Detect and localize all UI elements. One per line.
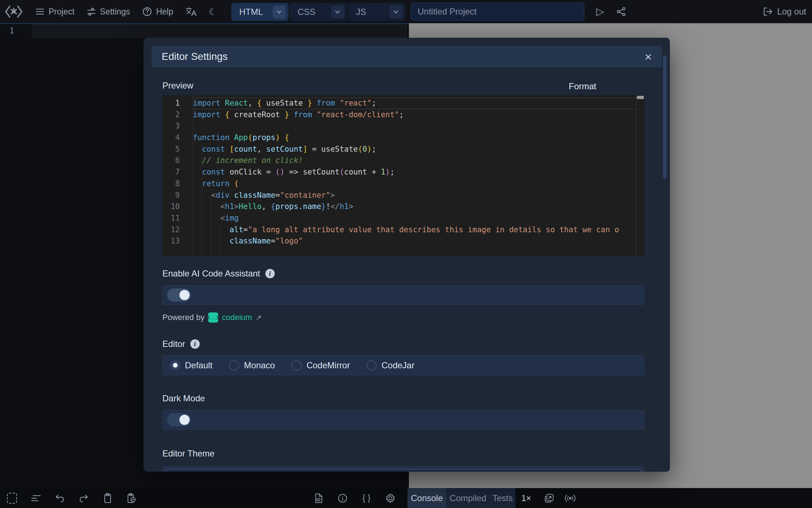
- redo-icon[interactable]: [78, 493, 89, 504]
- code-scrollbar-track[interactable]: [636, 95, 637, 256]
- logout-label: Log out: [777, 7, 806, 17]
- editor-theme-select[interactable]: [166, 469, 641, 472]
- radio-label: CodeMirror: [306, 360, 350, 370]
- editor-theme-row: [162, 466, 645, 472]
- format-button[interactable]: Format: [569, 81, 596, 91]
- tab-compiled[interactable]: Compiled: [446, 488, 490, 508]
- tab-tests[interactable]: Tests: [490, 488, 515, 508]
- code-line: 12 alt="a long alt attribute value that …: [162, 224, 636, 236]
- project-name-input[interactable]: [411, 3, 584, 21]
- code-line: 1import React, { useState } from "react"…: [162, 98, 636, 109]
- info-icon[interactable]: i: [265, 269, 275, 278]
- external-link-icon: ↗: [256, 313, 262, 322]
- line-number: 4: [162, 132, 193, 144]
- file-tab-css-label: CSS: [298, 7, 315, 17]
- radio-option-codemirror[interactable]: CodeMirror: [291, 360, 350, 370]
- dark-mode-heading: Dark Mode: [162, 393, 205, 403]
- clipboard-paste-icon[interactable]: [126, 493, 137, 504]
- file-tab-html-label: HTML: [239, 7, 263, 17]
- zoom-level[interactable]: 1×: [521, 488, 531, 508]
- css-dropdown-button[interactable]: [331, 5, 344, 19]
- chevron-down-icon: [277, 10, 282, 14]
- radio-option-default[interactable]: Default: [170, 360, 212, 370]
- translate-icon: [186, 7, 196, 16]
- logout-button[interactable]: Log out: [763, 0, 806, 23]
- undo-icon[interactable]: [54, 493, 65, 504]
- dark-mode-button[interactable]: ☾: [209, 7, 217, 16]
- line-number: 9: [162, 190, 193, 201]
- code-line: 8 return (: [162, 178, 636, 190]
- share-icon[interactable]: [617, 7, 626, 16]
- ai-assistant-toggle[interactable]: [167, 288, 191, 302]
- radio-unselected-icon: [366, 360, 377, 370]
- tab-console[interactable]: Console: [407, 488, 446, 508]
- dark-mode-row: [162, 410, 645, 430]
- ai-assistant-heading: Enable AI Code Assistant i: [162, 269, 275, 279]
- code-scrollbar-thumb[interactable]: [637, 96, 644, 99]
- file-link-icon[interactable]: [313, 493, 324, 504]
- selection-box-icon[interactable]: [7, 493, 17, 504]
- popout-icon[interactable]: [544, 493, 555, 504]
- radio-option-codejar[interactable]: CodeJar: [366, 360, 414, 370]
- line-number: 13: [162, 235, 193, 247]
- file-tab-css[interactable]: CSS: [290, 3, 347, 21]
- chevron-down-icon: [335, 10, 340, 14]
- code-line: 4function App(props) {: [162, 132, 636, 144]
- dark-mode-toggle[interactable]: [167, 413, 191, 426]
- menu-help-label: Help: [156, 7, 173, 17]
- braces-icon[interactable]: { }: [361, 493, 372, 504]
- powered-by-label: Powered by: [162, 313, 204, 322]
- line-number: 2: [162, 109, 193, 121]
- html-dropdown-button[interactable]: [273, 5, 286, 19]
- toggle-knob: [179, 290, 190, 300]
- info-icon[interactable]: [337, 493, 348, 504]
- powered-by: Powered by {..} codeium ↗: [162, 312, 262, 323]
- moon-icon: ☾: [209, 7, 217, 16]
- radio-option-monaco[interactable]: Monaco: [229, 360, 275, 370]
- console-tab-bar: Console Compiled Tests: [407, 488, 515, 508]
- close-icon[interactable]: ×: [645, 50, 652, 63]
- code-preview[interactable]: 1import React, { useState } from "react"…: [162, 95, 645, 256]
- line-number: 12: [162, 224, 193, 236]
- menu-icon: [36, 8, 44, 15]
- modal-header: Editor Settings ×: [152, 46, 662, 67]
- menu-project-label: Project: [49, 7, 75, 17]
- code-line: 5 const [count, setCount] = useState(0);: [162, 144, 636, 155]
- menu-help[interactable]: Help: [142, 7, 173, 17]
- run-button[interactable]: ▷: [596, 7, 604, 17]
- code-line: 9 <div className="container">: [162, 190, 636, 201]
- toggle-knob: [179, 415, 190, 425]
- ai-assistant-row: [162, 285, 645, 305]
- codeium-link[interactable]: codeium: [222, 313, 252, 322]
- file-tab-html[interactable]: HTML: [231, 3, 289, 21]
- app-screen: Project Settings Help: [0, 0, 812, 508]
- file-tab-js[interactable]: JS: [348, 3, 405, 21]
- line-number: 10: [162, 201, 193, 213]
- line-number: 1: [162, 98, 193, 109]
- radio-unselected-icon: [291, 360, 302, 370]
- broadcast-icon[interactable]: [565, 493, 576, 504]
- top-bar: Project Settings Help: [0, 0, 812, 23]
- menu-project[interactable]: Project: [36, 7, 75, 17]
- info-icon[interactable]: i: [190, 339, 200, 349]
- translate-button[interactable]: [186, 7, 196, 16]
- editor-line-number: 1: [9, 26, 14, 35]
- code-line: 11 <img: [162, 213, 636, 224]
- code-line: 10 <h1>Hello, {props.name}!</h1>: [162, 201, 636, 213]
- align-left-icon[interactable]: [30, 493, 41, 504]
- modal-scrollbar-thumb[interactable]: [663, 56, 667, 179]
- gear-icon[interactable]: [385, 493, 396, 504]
- line-number: 11: [162, 213, 193, 224]
- chevron-down-icon: [393, 10, 398, 14]
- tune-icon: [87, 8, 96, 16]
- clipboard-icon[interactable]: [102, 493, 113, 504]
- preview-heading: Preview: [162, 81, 193, 91]
- menu-settings-label: Settings: [100, 7, 130, 17]
- code-line: 2import { createRoot } from "react-dom/c…: [162, 109, 636, 121]
- js-dropdown-button[interactable]: [389, 5, 402, 19]
- file-tab-js-label: JS: [356, 7, 366, 17]
- line-number: 7: [162, 167, 193, 178]
- file-tab-group: HTML CSS JS: [231, 3, 405, 21]
- radio-unselected-icon: [229, 360, 239, 370]
- menu-settings[interactable]: Settings: [87, 7, 130, 17]
